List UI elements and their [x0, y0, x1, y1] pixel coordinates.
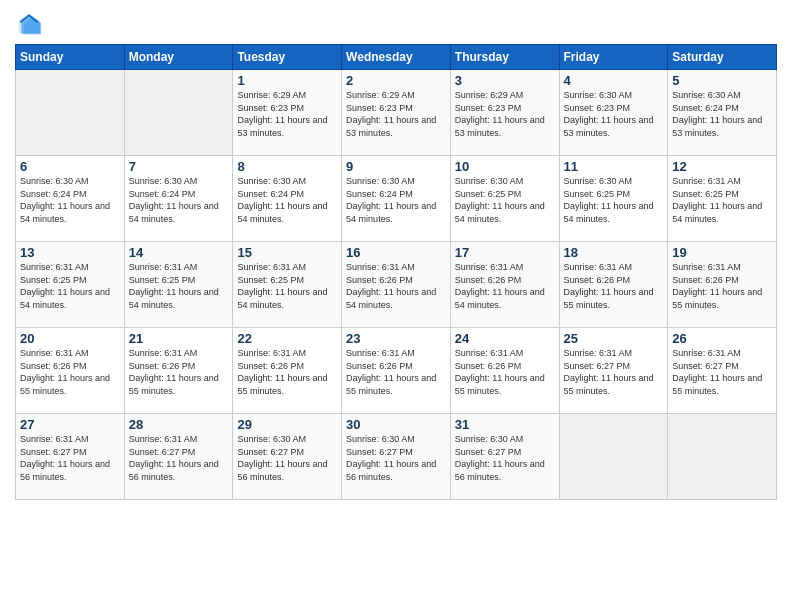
day-cell: 13Sunrise: 6:31 AM Sunset: 6:25 PM Dayli… — [16, 242, 125, 328]
day-info: Sunrise: 6:29 AM Sunset: 6:23 PM Dayligh… — [237, 89, 337, 139]
header-row: SundayMondayTuesdayWednesdayThursdayFrid… — [16, 45, 777, 70]
day-info: Sunrise: 6:30 AM Sunset: 6:24 PM Dayligh… — [20, 175, 120, 225]
day-number: 15 — [237, 245, 337, 260]
day-number: 16 — [346, 245, 446, 260]
week-row-1: 1Sunrise: 6:29 AM Sunset: 6:23 PM Daylig… — [16, 70, 777, 156]
day-info: Sunrise: 6:31 AM Sunset: 6:25 PM Dayligh… — [20, 261, 120, 311]
day-info: Sunrise: 6:29 AM Sunset: 6:23 PM Dayligh… — [455, 89, 555, 139]
day-cell: 21Sunrise: 6:31 AM Sunset: 6:26 PM Dayli… — [124, 328, 233, 414]
week-row-3: 13Sunrise: 6:31 AM Sunset: 6:25 PM Dayli… — [16, 242, 777, 328]
day-cell: 30Sunrise: 6:30 AM Sunset: 6:27 PM Dayli… — [342, 414, 451, 500]
day-info: Sunrise: 6:30 AM Sunset: 6:24 PM Dayligh… — [237, 175, 337, 225]
day-cell: 5Sunrise: 6:30 AM Sunset: 6:24 PM Daylig… — [668, 70, 777, 156]
day-number: 28 — [129, 417, 229, 432]
day-number: 7 — [129, 159, 229, 174]
day-number: 11 — [564, 159, 664, 174]
day-info: Sunrise: 6:30 AM Sunset: 6:27 PM Dayligh… — [237, 433, 337, 483]
day-cell: 2Sunrise: 6:29 AM Sunset: 6:23 PM Daylig… — [342, 70, 451, 156]
day-number: 8 — [237, 159, 337, 174]
day-info: Sunrise: 6:30 AM Sunset: 6:24 PM Dayligh… — [129, 175, 229, 225]
day-cell: 27Sunrise: 6:31 AM Sunset: 6:27 PM Dayli… — [16, 414, 125, 500]
day-info: Sunrise: 6:30 AM Sunset: 6:24 PM Dayligh… — [672, 89, 772, 139]
day-info: Sunrise: 6:31 AM Sunset: 6:26 PM Dayligh… — [672, 261, 772, 311]
day-number: 19 — [672, 245, 772, 260]
day-cell: 10Sunrise: 6:30 AM Sunset: 6:25 PM Dayli… — [450, 156, 559, 242]
logo-icon — [15, 10, 43, 38]
col-header-wednesday: Wednesday — [342, 45, 451, 70]
day-cell — [16, 70, 125, 156]
day-number: 31 — [455, 417, 555, 432]
day-number: 26 — [672, 331, 772, 346]
day-cell: 31Sunrise: 6:30 AM Sunset: 6:27 PM Dayli… — [450, 414, 559, 500]
day-number: 27 — [20, 417, 120, 432]
day-number: 2 — [346, 73, 446, 88]
day-info: Sunrise: 6:31 AM Sunset: 6:26 PM Dayligh… — [20, 347, 120, 397]
day-cell: 6Sunrise: 6:30 AM Sunset: 6:24 PM Daylig… — [16, 156, 125, 242]
col-header-monday: Monday — [124, 45, 233, 70]
week-row-2: 6Sunrise: 6:30 AM Sunset: 6:24 PM Daylig… — [16, 156, 777, 242]
day-cell: 7Sunrise: 6:30 AM Sunset: 6:24 PM Daylig… — [124, 156, 233, 242]
day-cell: 12Sunrise: 6:31 AM Sunset: 6:25 PM Dayli… — [668, 156, 777, 242]
day-info: Sunrise: 6:31 AM Sunset: 6:27 PM Dayligh… — [20, 433, 120, 483]
day-number: 30 — [346, 417, 446, 432]
day-cell: 1Sunrise: 6:29 AM Sunset: 6:23 PM Daylig… — [233, 70, 342, 156]
week-row-4: 20Sunrise: 6:31 AM Sunset: 6:26 PM Dayli… — [16, 328, 777, 414]
day-cell: 17Sunrise: 6:31 AM Sunset: 6:26 PM Dayli… — [450, 242, 559, 328]
day-cell: 18Sunrise: 6:31 AM Sunset: 6:26 PM Dayli… — [559, 242, 668, 328]
day-info: Sunrise: 6:31 AM Sunset: 6:25 PM Dayligh… — [672, 175, 772, 225]
day-number: 5 — [672, 73, 772, 88]
day-number: 17 — [455, 245, 555, 260]
day-info: Sunrise: 6:31 AM Sunset: 6:26 PM Dayligh… — [237, 347, 337, 397]
day-number: 1 — [237, 73, 337, 88]
day-number: 14 — [129, 245, 229, 260]
day-cell — [124, 70, 233, 156]
day-info: Sunrise: 6:30 AM Sunset: 6:23 PM Dayligh… — [564, 89, 664, 139]
day-number: 18 — [564, 245, 664, 260]
day-info: Sunrise: 6:31 AM Sunset: 6:26 PM Dayligh… — [455, 347, 555, 397]
day-info: Sunrise: 6:31 AM Sunset: 6:26 PM Dayligh… — [346, 347, 446, 397]
day-info: Sunrise: 6:30 AM Sunset: 6:25 PM Dayligh… — [564, 175, 664, 225]
day-cell — [559, 414, 668, 500]
day-number: 4 — [564, 73, 664, 88]
day-cell: 23Sunrise: 6:31 AM Sunset: 6:26 PM Dayli… — [342, 328, 451, 414]
day-cell: 14Sunrise: 6:31 AM Sunset: 6:25 PM Dayli… — [124, 242, 233, 328]
header — [15, 10, 777, 38]
col-header-tuesday: Tuesday — [233, 45, 342, 70]
day-number: 3 — [455, 73, 555, 88]
logo — [15, 10, 47, 38]
day-cell: 9Sunrise: 6:30 AM Sunset: 6:24 PM Daylig… — [342, 156, 451, 242]
day-number: 9 — [346, 159, 446, 174]
col-header-saturday: Saturday — [668, 45, 777, 70]
day-number: 10 — [455, 159, 555, 174]
day-cell: 4Sunrise: 6:30 AM Sunset: 6:23 PM Daylig… — [559, 70, 668, 156]
calendar-page: SundayMondayTuesdayWednesdayThursdayFrid… — [0, 0, 792, 612]
day-cell: 26Sunrise: 6:31 AM Sunset: 6:27 PM Dayli… — [668, 328, 777, 414]
day-cell: 8Sunrise: 6:30 AM Sunset: 6:24 PM Daylig… — [233, 156, 342, 242]
col-header-thursday: Thursday — [450, 45, 559, 70]
day-cell: 11Sunrise: 6:30 AM Sunset: 6:25 PM Dayli… — [559, 156, 668, 242]
col-header-friday: Friday — [559, 45, 668, 70]
day-cell: 16Sunrise: 6:31 AM Sunset: 6:26 PM Dayli… — [342, 242, 451, 328]
day-number: 20 — [20, 331, 120, 346]
day-info: Sunrise: 6:31 AM Sunset: 6:26 PM Dayligh… — [129, 347, 229, 397]
week-row-5: 27Sunrise: 6:31 AM Sunset: 6:27 PM Dayli… — [16, 414, 777, 500]
day-cell — [668, 414, 777, 500]
day-cell: 3Sunrise: 6:29 AM Sunset: 6:23 PM Daylig… — [450, 70, 559, 156]
day-number: 13 — [20, 245, 120, 260]
day-cell: 25Sunrise: 6:31 AM Sunset: 6:27 PM Dayli… — [559, 328, 668, 414]
day-cell: 29Sunrise: 6:30 AM Sunset: 6:27 PM Dayli… — [233, 414, 342, 500]
day-cell: 24Sunrise: 6:31 AM Sunset: 6:26 PM Dayli… — [450, 328, 559, 414]
day-info: Sunrise: 6:31 AM Sunset: 6:27 PM Dayligh… — [672, 347, 772, 397]
day-number: 6 — [20, 159, 120, 174]
day-number: 12 — [672, 159, 772, 174]
day-info: Sunrise: 6:30 AM Sunset: 6:24 PM Dayligh… — [346, 175, 446, 225]
day-info: Sunrise: 6:31 AM Sunset: 6:25 PM Dayligh… — [129, 261, 229, 311]
day-cell: 22Sunrise: 6:31 AM Sunset: 6:26 PM Dayli… — [233, 328, 342, 414]
day-info: Sunrise: 6:29 AM Sunset: 6:23 PM Dayligh… — [346, 89, 446, 139]
day-info: Sunrise: 6:30 AM Sunset: 6:27 PM Dayligh… — [455, 433, 555, 483]
day-cell: 15Sunrise: 6:31 AM Sunset: 6:25 PM Dayli… — [233, 242, 342, 328]
day-number: 23 — [346, 331, 446, 346]
day-info: Sunrise: 6:30 AM Sunset: 6:27 PM Dayligh… — [346, 433, 446, 483]
calendar-table: SundayMondayTuesdayWednesdayThursdayFrid… — [15, 44, 777, 500]
day-info: Sunrise: 6:31 AM Sunset: 6:27 PM Dayligh… — [129, 433, 229, 483]
